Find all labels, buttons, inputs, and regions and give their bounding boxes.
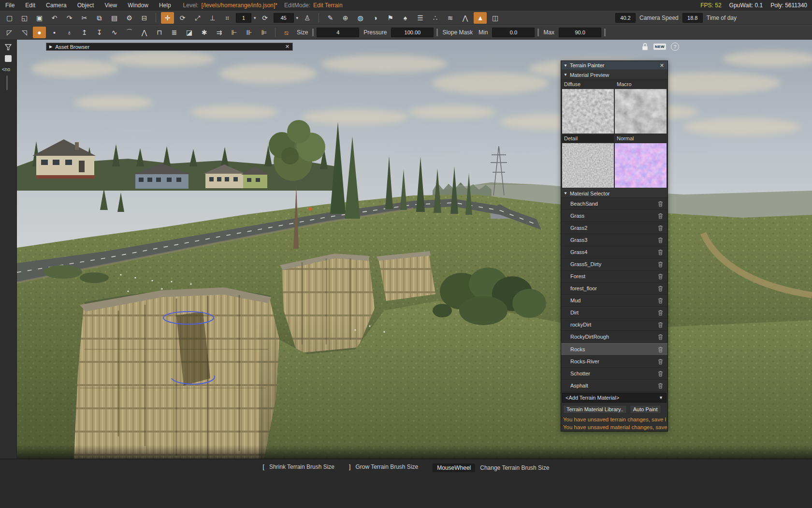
viewport-3d-scene[interactable] (17, 40, 812, 459)
delete-material-icon[interactable] (658, 273, 663, 280)
menu-item[interactable]: Help (154, 2, 176, 9)
paint-tool-icon[interactable]: ◑ (369, 12, 382, 24)
delete-material-icon[interactable] (658, 346, 663, 353)
mask-tool-2-icon[interactable]: ⊪ (243, 27, 256, 38)
ridge-tool-icon[interactable]: ⋀ (459, 12, 472, 24)
material-row[interactable]: Rocks-River (561, 356, 667, 368)
expand-icon[interactable]: ▶ (46, 45, 55, 49)
snap-grid-icon[interactable]: ⌗ (221, 12, 234, 24)
cut-icon[interactable]: ✂ (78, 12, 91, 24)
measure-icon[interactable]: ⊥ (206, 12, 219, 24)
slope-max-input[interactable]: 90.0 (559, 28, 601, 37)
material-row[interactable]: Schotter (561, 368, 667, 380)
time-of-day-input[interactable]: 18.8 (682, 13, 703, 23)
material-row[interactable]: Grass (561, 210, 667, 222)
select-arrow-icon[interactable]: ◸ (3, 27, 16, 38)
material-row[interactable]: Mud (561, 295, 667, 307)
layers-icon[interactable]: ☰ (414, 12, 427, 24)
flow-icon[interactable]: ⇉ (213, 27, 226, 38)
translate-tool-icon[interactable]: ✛ (161, 12, 174, 24)
save-icon[interactable]: ▣ (33, 12, 46, 24)
collapse-icon[interactable]: ▼ (561, 73, 570, 77)
asset-browser-bar[interactable]: ▶ Asset Browser ✕ (46, 43, 293, 51)
mask-tool-1-icon[interactable]: ⊩ (228, 27, 241, 38)
walk-mode-icon[interactable]: ♙ (301, 12, 314, 24)
terrain-material-library-button[interactable]: Terrain Material Library.. (563, 405, 627, 414)
add-object-icon[interactable]: ⊕ (339, 12, 352, 24)
pressure-input[interactable]: 100.00 (391, 28, 434, 37)
square-brush-icon[interactable]: ▪ (48, 27, 61, 38)
pressure-slider[interactable] (436, 29, 438, 36)
raise-height-icon[interactable]: ↥ (78, 27, 91, 38)
material-row[interactable]: Grass3 (561, 234, 667, 246)
delete-material-icon[interactable] (658, 322, 663, 328)
menu-item[interactable]: View (99, 2, 122, 9)
menu-item[interactable]: File (0, 2, 20, 9)
add-terrain-material-dropdown[interactable]: <Add Terrain Material> ▼ (562, 393, 667, 403)
slope-min-input[interactable]: 0.0 (492, 28, 535, 37)
select-region-icon[interactable]: ◹ (18, 27, 31, 38)
terrain-painter-header[interactable]: ▼ Terrain Painter ✕ (561, 61, 667, 70)
mask-tool-3-icon[interactable]: ⊫ (258, 27, 271, 38)
delete-material-icon[interactable] (658, 359, 663, 365)
new-file-icon[interactable]: ▢ (3, 12, 16, 24)
delete-material-icon[interactable] (658, 201, 663, 207)
flatten-icon[interactable]: ⊓ (153, 27, 166, 38)
material-row[interactable]: Asphalt (561, 380, 667, 392)
macro-texture-thumbnail[interactable] (615, 89, 667, 134)
normal-texture-thumbnail[interactable] (615, 143, 667, 188)
rotate-angle-input[interactable]: 45 (274, 13, 294, 23)
height-probe-icon[interactable]: ♁ (63, 27, 76, 38)
menu-item[interactable]: Object (72, 2, 100, 9)
material-row[interactable]: forest_floor (561, 283, 667, 295)
paste-icon[interactable]: ▤ (108, 12, 121, 24)
rotate-tool-icon[interactable]: ⟳ (176, 12, 189, 24)
delete-material-icon[interactable] (658, 237, 663, 243)
road-tool-icon[interactable]: ◫ (489, 12, 502, 24)
help-icon[interactable]: ? (671, 43, 679, 51)
delete-material-icon[interactable] (658, 213, 663, 219)
rotate-snap-icon[interactable]: ⟳ (259, 12, 272, 24)
lower-height-icon[interactable]: ↧ (93, 27, 106, 38)
smooth-icon[interactable]: ∿ (108, 27, 121, 38)
material-row[interactable]: Grass5_Dirty (561, 258, 667, 270)
settings-icon[interactable]: ⚙ (123, 12, 136, 24)
snap-size-input[interactable]: 1 (236, 13, 251, 23)
delete-material-icon[interactable] (658, 298, 663, 304)
open-folder-icon[interactable]: ◱ (18, 12, 31, 24)
lock-icon[interactable] (641, 43, 649, 51)
brush-size-input[interactable]: 4 (317, 28, 359, 37)
material-row[interactable]: Rocks (561, 343, 667, 356)
paint-noise-icon[interactable]: ✱ (198, 27, 211, 38)
delete-material-icon[interactable] (658, 285, 663, 292)
material-row[interactable]: Dirt (561, 307, 667, 319)
menu-item[interactable]: Window (122, 2, 154, 9)
angle-dropdown-caret[interactable]: ▾ (295, 15, 300, 20)
flag-tool-icon[interactable]: ⚑ (384, 12, 397, 24)
menu-item[interactable]: Edit (20, 2, 41, 9)
close-icon[interactable]: ✕ (282, 44, 292, 50)
material-row[interactable]: rockyDirt (561, 319, 667, 331)
material-row[interactable]: BeachSand (561, 198, 667, 210)
set-height-icon[interactable]: ≣ (168, 27, 181, 38)
undo-icon[interactable]: ↶ (48, 12, 61, 24)
redo-icon[interactable]: ↷ (63, 12, 76, 24)
material-row[interactable]: Forest (561, 270, 667, 283)
delete-material-icon[interactable] (658, 225, 663, 231)
new-badge[interactable]: NEW (653, 44, 666, 50)
dock-scrollbar[interactable] (6, 75, 8, 90)
pencil-tool-icon[interactable]: ✎ (324, 12, 337, 24)
round-brush-icon[interactable]: ● (33, 27, 46, 38)
filter-icon[interactable] (3, 43, 13, 51)
snap-dropdown-caret[interactable]: ▾ (252, 15, 258, 20)
material-preview-section-header[interactable]: ▼ Material Preview (561, 70, 667, 79)
copy-icon[interactable]: ⧉ (93, 12, 106, 24)
scatter-icon[interactable]: ∴ (429, 12, 442, 24)
slope-max-slider[interactable] (604, 29, 606, 36)
delete-material-icon[interactable] (658, 334, 663, 340)
material-row[interactable]: RockyDirtRough (561, 331, 667, 343)
brush-size-slider[interactable] (312, 29, 314, 36)
river-tool-icon[interactable]: ≋ (444, 12, 457, 24)
smooth-slope-icon[interactable]: ⌒ (123, 27, 136, 38)
collapse-icon[interactable]: ▼ (561, 63, 570, 68)
